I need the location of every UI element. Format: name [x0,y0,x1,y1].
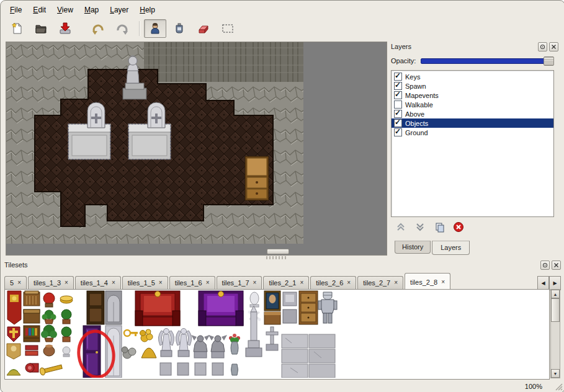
raise-layer-button[interactable] [395,221,407,233]
tile-red-roll[interactable] [25,363,38,372]
tileset-tab[interactable]: tiles_1_6 × [169,276,215,289]
layer-row-keys[interactable]: Keys [392,72,553,81]
tile-red-throne[interactable] [135,291,180,326]
close-panel-button[interactable] [549,42,558,51]
menu-map[interactable]: Map [79,3,104,17]
tileset-content[interactable] [4,289,550,380]
menu-help[interactable]: Help [134,3,161,17]
tile-small-urn[interactable] [63,347,70,357]
tileset-tab[interactable]: tiles_1_4 × [75,276,121,289]
scroll-up-button[interactable]: ▲ [551,290,560,298]
horizontal-splitter[interactable] [1,255,564,260]
place-character-tool-button[interactable] [144,19,166,38]
tile-tan-banner[interactable] [7,344,20,359]
tileset-tab[interactable]: tiles_2_1 × [263,276,309,289]
tileset-tab[interactable]: 5 × [4,276,27,289]
tab-close-icon[interactable]: × [441,279,445,285]
menu-edit[interactable]: Edit [27,3,51,17]
scroll-tabs-right-button[interactable]: ▶ [549,276,561,290]
opacity-slider[interactable] [421,56,554,65]
scroll-down-button[interactable]: ▼ [551,369,560,378]
tile-gold-bowl[interactable] [60,296,73,303]
tileset-canvas[interactable] [5,290,548,378]
layer-row-above[interactable]: Above [392,109,553,118]
layer-visibility-checkbox[interactable] [394,100,402,109]
tile-shelf[interactable] [264,312,280,324]
menu-file[interactable]: File [4,3,27,17]
tile-loom[interactable] [24,291,40,306]
opacity-slider-handle[interactable] [544,56,554,66]
tile-angel-statue[interactable] [158,329,174,357]
tab-close-icon[interactable]: × [394,280,398,286]
tab-close-icon[interactable]: × [112,280,115,286]
tileset-tab[interactable]: tiles_1_7 × [217,276,262,289]
redo-button[interactable] [111,19,133,38]
tab-close-icon[interactable]: × [253,280,257,286]
map-hscroll-thumb[interactable] [267,249,289,254]
tab-close-icon[interactable]: × [347,280,351,286]
menu-layer[interactable]: Layer [104,3,134,17]
layer-visibility-checkbox[interactable] [394,73,402,81]
tile-dresser[interactable] [299,291,318,324]
layer-row-objects[interactable]: Objects [392,118,553,128]
layer-visibility-checkbox[interactable] [394,82,402,90]
tileset-tab[interactable]: tiles_2_8 × [405,273,450,289]
tile-plant-2[interactable] [61,310,71,324]
menu-view[interactable]: View [51,3,79,17]
layer-visibility-checkbox[interactable] [394,119,402,127]
tile-purple-throne[interactable] [199,291,243,326]
tile-gold-pile[interactable] [140,329,153,342]
scrollbar-thumb[interactable] [551,298,560,322]
tab-layers[interactable]: Layers [432,241,470,255]
float-panel-button[interactable] [538,42,547,51]
layer-row-mapevents[interactable]: Mapevents [392,91,553,100]
layer-visibility-checkbox[interactable] [394,91,402,99]
new-button[interactable] [6,19,28,38]
tile-plant-3[interactable] [61,327,71,342]
rect-select-tool-button[interactable] [217,19,239,38]
tile-arch-door[interactable] [105,291,122,324]
duplicate-layer-button[interactable] [433,221,445,233]
tile-silver-block[interactable] [283,310,297,323]
layer-row-ground[interactable]: Ground [392,128,553,137]
tileset-vertical-scrollbar[interactable]: ▲ ▼ [550,289,560,378]
tile-red-banner[interactable] [7,291,21,324]
tile-angel-statue-2[interactable] [176,329,191,357]
resize-grip-icon[interactable] [555,383,563,391]
close-panel-button[interactable] [552,261,561,270]
scroll-tabs-left-button[interactable]: ◀ [537,276,549,290]
splitter-grip[interactable] [266,256,287,259]
tile-dark-bookcase[interactable] [87,291,104,324]
tileset-tab[interactable]: tiles_1_5 × [122,276,168,289]
tab-close-icon[interactable]: × [206,280,210,286]
fill-tool-button[interactable] [168,19,190,38]
lower-layer-button[interactable] [414,221,426,233]
map-viewport[interactable] [6,42,387,256]
float-panel-button[interactable] [540,261,550,270]
tab-close-icon[interactable]: × [65,280,68,286]
delete-layer-button[interactable] [452,221,465,233]
tile-bookshelf[interactable] [24,326,40,342]
open-button[interactable] [30,19,52,38]
tile-silver-chair[interactable] [283,292,297,306]
layer-visibility-checkbox[interactable] [394,128,402,136]
tileset-tab[interactable]: tiles_1_3 × [28,276,74,289]
tab-close-icon[interactable]: × [17,280,21,286]
undo-button[interactable] [87,19,109,38]
tile-portrait[interactable] [264,291,280,311]
tileset-tab[interactable]: tiles_2_7 × [357,276,403,289]
layer-row-walkable[interactable]: Walkable [392,100,553,109]
tab-close-icon[interactable]: × [159,280,163,286]
tile-table[interactable] [24,310,40,323]
tab-history[interactable]: History [395,241,431,254]
tab-close-icon[interactable]: × [300,280,303,286]
tileset-tab[interactable]: tiles_2_6 × [310,276,356,289]
tile-red-pot[interactable] [43,293,55,307]
layer-row-spawn[interactable]: Spawn [392,81,553,91]
scrollbar-track[interactable] [551,322,560,369]
eraser-tool-button[interactable] [192,19,215,38]
layer-visibility-checkbox[interactable] [394,110,402,118]
save-button[interactable] [54,19,76,38]
tile-white-vase[interactable] [250,292,259,307]
map-canvas[interactable] [6,42,303,244]
